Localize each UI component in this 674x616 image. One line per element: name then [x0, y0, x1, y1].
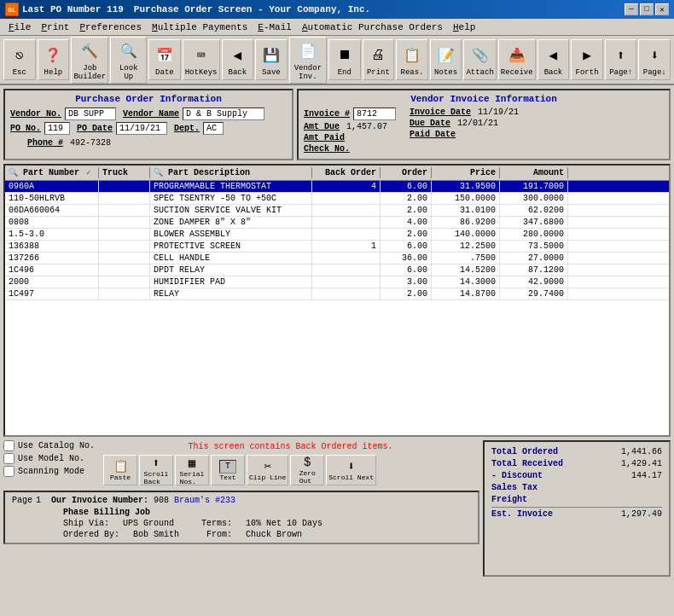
page-down-label: Page↓	[643, 68, 666, 77]
td-truck	[99, 264, 150, 276]
td-truck	[99, 229, 150, 240]
scroll-next-label: Scroll Next	[328, 474, 374, 481]
look-up-button[interactable]: 🔍 Look Up	[110, 37, 147, 84]
vendor-invoice-right: Invoice Date 11/19/21 Due Date 12/01/21 …	[410, 108, 519, 155]
ordered-by-label: Ordered By:	[63, 530, 119, 539]
td-backorder: 1	[312, 241, 381, 252]
use-catalog-checkbox[interactable]	[3, 440, 15, 451]
warning-and-toolbar: This screen contains Back Ordered items.…	[102, 440, 479, 487]
app-icon: BL	[5, 3, 19, 16]
po-no-value[interactable]: 119	[44, 122, 70, 135]
menu-multiple-payments[interactable]: Multiple Payments	[147, 20, 253, 34]
due-date-value: 12/01/21	[457, 119, 498, 128]
page-label: Page	[12, 496, 32, 505]
line-items-table[interactable]: 🔍 Part Number ✓ Truck 🔍 Part Description…	[3, 164, 671, 437]
table-row[interactable]: 110-50HLRVB SPEC TSENTRY -50 TO +50C 2.0…	[5, 193, 669, 205]
po-no-label: PO No.	[10, 124, 41, 133]
forth-button[interactable]: ▶ Forth	[571, 39, 603, 80]
vendor-name-value[interactable]: D & B Supply	[183, 108, 264, 120]
td-price: 150.0000	[432, 193, 500, 204]
help-button[interactable]: ❓ Help	[38, 39, 70, 80]
po-info-section: Purchase Order Information Vendor No. DB…	[3, 89, 671, 160]
td-order: 4.00	[381, 217, 432, 228]
phone-value: 492-7328	[70, 138, 111, 148]
back-button[interactable]: ◀ Back	[222, 39, 254, 80]
receive-icon: 📥	[505, 44, 529, 67]
minimize-button[interactable]: ─	[625, 3, 638, 15]
total-ordered-row: Total Ordered 1,441.66	[491, 447, 662, 456]
scroll-next-button[interactable]: ⬇ Scroll Next	[326, 455, 376, 485]
page-up-button[interactable]: ⬆ Page↑	[605, 39, 637, 80]
date-button[interactable]: 📅 Date	[148, 39, 181, 80]
menu-email[interactable]: E-Mail	[253, 20, 297, 34]
bottom-toolbar: 📋 Paste ⬆ ScrollBack ▦ SerialNos. T	[102, 453, 479, 487]
close-button[interactable]: ✕	[655, 3, 669, 15]
vendor-no-value[interactable]: DB SUPP	[65, 108, 116, 120]
td-backorder	[312, 205, 381, 216]
menu-print[interactable]: Print	[36, 20, 74, 34]
notes-button[interactable]: 📝 Notes	[430, 39, 462, 80]
scroll-back-button[interactable]: ⬆ ScrollBack	[139, 455, 173, 485]
td-desc: ZONE DAMPER 8" X 8"	[150, 217, 312, 228]
table-row[interactable]: 0960A PROGRAMMABLE THERMOSTAT 4 6.00 31.…	[5, 181, 669, 193]
zero-out-label: ZeroOut	[299, 469, 316, 485]
attach-button[interactable]: 📎 Attach	[463, 39, 496, 80]
invoice-no-value[interactable]: 8712	[353, 108, 396, 120]
table-row[interactable]: 136388 PROTECTIVE SCREEN 1 6.00 12.2500 …	[5, 241, 669, 253]
forth-label: Forth	[576, 68, 599, 77]
paste-button[interactable]: 📋 Paste	[103, 455, 137, 485]
th-order: Order	[381, 167, 432, 178]
vendor-no-label: Vendor No.	[10, 109, 61, 119]
job-builder-button[interactable]: 🔨 Job Builder	[71, 37, 108, 84]
date-label: Date	[155, 68, 174, 77]
menu-file[interactable]: File	[3, 20, 36, 34]
zero-out-button[interactable]: $ ZeroOut	[290, 455, 324, 485]
th-back-order: Back Order	[312, 167, 381, 178]
table-row[interactable]: 1C496 DPDT RELAY 6.00 14.5200 87.1200	[5, 264, 669, 276]
clip-line-button[interactable]: ✂ Clip Line	[247, 455, 288, 485]
use-model-checkbox[interactable]	[3, 453, 15, 464]
text-button[interactable]: T Text	[211, 455, 245, 485]
vendor-inv-button[interactable]: 📄 Vendor Inv.	[289, 37, 327, 84]
our-invoice-ref: Braum's #233	[174, 496, 235, 505]
menu-auto-po[interactable]: Automatic Purchase Orders	[297, 20, 448, 34]
th-part-desc: 🔍 Part Description	[150, 167, 312, 178]
hotkeys-label: HotKeys	[185, 68, 218, 77]
titlebar: BL Last PO Number 119 Purchase Order Scr…	[0, 0, 674, 19]
hotkeys-button[interactable]: ⌨ HotKeys	[183, 39, 220, 80]
table-row[interactable]: 0808 ZONE DAMPER 8" X 8" 4.00 86.9200 34…	[5, 217, 669, 229]
reas-icon: 📋	[400, 44, 424, 67]
back2-button[interactable]: ◀ Back	[537, 39, 570, 80]
table-row[interactable]: 06DA660064 SUCTION SERVICE VALVE KIT 2.0…	[5, 205, 669, 217]
save-button[interactable]: 💾 Save	[255, 39, 288, 80]
end-button[interactable]: ⏹ End	[328, 39, 361, 80]
td-part: 136388	[5, 241, 99, 252]
reas-label: Reas.	[401, 68, 424, 77]
print-button[interactable]: 🖨 Print	[363, 39, 395, 80]
po-date-value[interactable]: 11/19/21	[116, 122, 167, 135]
scanning-mode-checkbox[interactable]	[3, 466, 15, 477]
td-truck	[99, 181, 150, 192]
notes-icon: 📝	[434, 44, 458, 67]
table-row[interactable]: 2000 HUMIDIFIER PAD 3.00 14.3000 42.9000	[5, 276, 669, 288]
reas-button[interactable]: 📋 Reas.	[396, 39, 428, 80]
td-amount: 27.0000	[500, 253, 568, 264]
esc-button[interactable]: ⎋ Esc	[3, 39, 36, 80]
receive-button[interactable]: 📥 Receive	[498, 39, 536, 80]
our-invoice-number-label: Our Invoice Number:	[51, 496, 148, 505]
table-row[interactable]: 1.5-3.0 BLOWER ASSEMBLY 2.00 140.0000 28…	[5, 229, 669, 241]
app-icon-text: BL	[8, 6, 16, 14]
table-row[interactable]: 1C497 RELAY 2.00 14.8700 29.7400	[5, 288, 669, 300]
table-row[interactable]: 137266 CELL HANDLE 36.00 .7500 27.0000	[5, 253, 669, 264]
page-down-button[interactable]: ⬇ Page↓	[638, 39, 671, 80]
est-invoice-value: 1,297.49	[621, 509, 662, 519]
menu-help[interactable]: Help	[448, 20, 480, 34]
menu-preferences[interactable]: Preferences	[74, 20, 147, 34]
serial-nos-button[interactable]: ▦ SerialNos.	[175, 455, 209, 485]
ship-via-label: Ship Via:	[63, 519, 109, 528]
menubar: File Print Preferences Multiple Payments…	[0, 19, 674, 36]
paste-label: Paste	[110, 474, 131, 481]
maximize-button[interactable]: □	[640, 3, 654, 15]
dept-value[interactable]: AC	[203, 122, 224, 135]
ship-terms-row: Ship Via: UPS Ground Terms: 10% Net 10 D…	[63, 519, 471, 528]
